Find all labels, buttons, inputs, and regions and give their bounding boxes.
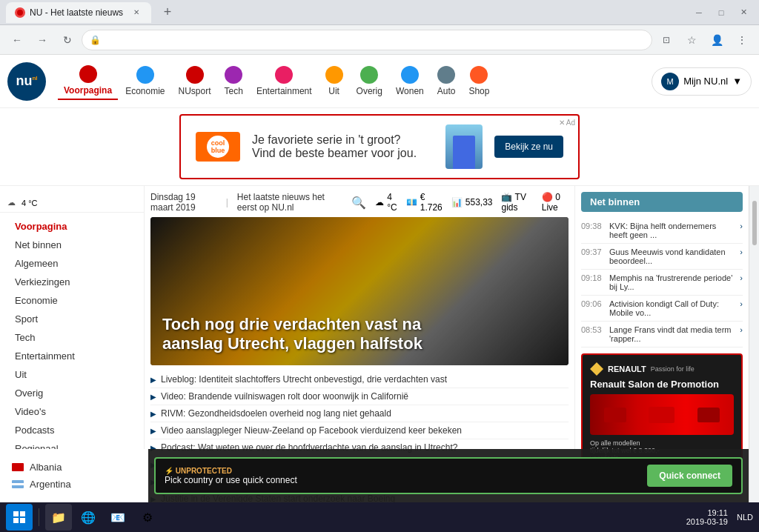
forward-button[interactable]: →: [31, 29, 53, 51]
country-list: Albania Argentina: [0, 449, 148, 502]
nav-auto[interactable]: Auto: [431, 63, 462, 99]
taskbar-app1[interactable]: 📧: [105, 504, 131, 531]
svg-rect-3: [13, 518, 19, 523]
new-tab-button[interactable]: +: [157, 2, 178, 23]
sidebar-uit[interactable]: Uit: [0, 365, 144, 384]
sidebar-entertainment[interactable]: Entertainment: [0, 347, 144, 365]
sidebar-verkiezingen[interactable]: Verkiezingen: [0, 273, 144, 291]
sidebar-economie[interactable]: Economie: [0, 291, 144, 310]
account-icon[interactable]: 👤: [706, 29, 728, 51]
minimize-button[interactable]: ─: [689, 3, 709, 22]
ad-close-button[interactable]: ✕ Ad: [559, 119, 575, 127]
ad-cta-button[interactable]: Bekijk ze nu: [494, 136, 563, 158]
ad-inner[interactable]: coolblue Je favoriete serie in 't groot?…: [179, 114, 580, 179]
title-bar: NU - Het laatste nieuws het eer... ✕ + ─…: [0, 0, 759, 25]
sidebar-tech[interactable]: Tech: [0, 328, 144, 347]
svg-rect-2: [20, 511, 25, 516]
ticker-item-3[interactable]: 09:18 Memphis na 'frustrerende periode' …: [581, 270, 743, 296]
ticker-item-1[interactable]: 09:38 KVK: Bijna helft ondernemers heeft…: [581, 218, 743, 244]
info-bar: ☁ 4 °C: [0, 193, 144, 213]
main-area: nunl Voorpagina Economie NUsport Tech: [0, 55, 759, 532]
ticker-item-2[interactable]: 09:37 Guus Meeuwis vond kandidaten beoor…: [581, 244, 743, 270]
nav-tech[interactable]: Tech: [219, 63, 249, 99]
vpn-overlay: Albania Argentina ⚡ UNPROTECTED Pick cou…: [0, 449, 749, 502]
ad-banner: coolblue Je favoriete serie in 't groot?…: [0, 108, 759, 186]
site-nav: nunl Voorpagina Economie NUsport Tech: [0, 55, 759, 108]
news-item-3[interactable]: ▶ RIVM: Gezondheidsdoelen overheid nog l…: [150, 405, 569, 422]
sidebar-podcasts[interactable]: Podcasts: [0, 421, 144, 439]
nav-shop[interactable]: Shop: [463, 63, 495, 99]
search-icon[interactable]: 🔍: [351, 196, 366, 210]
news-item-2[interactable]: ▶ Video: Brandende vuilniswagen rolt doo…: [150, 388, 569, 405]
back-button[interactable]: ←: [6, 29, 28, 51]
country-albania[interactable]: Albania: [12, 459, 136, 476]
url-input[interactable]: https://www.nu.nl: [105, 34, 644, 45]
ad-logo: coolblue: [196, 132, 240, 162]
svg-rect-1: [13, 511, 19, 516]
close-button[interactable]: ✕: [734, 3, 753, 22]
vpn-status-box: ⚡ UNPROTECTED Pick country or use quick …: [154, 457, 743, 494]
quick-connect-button[interactable]: Quick connect: [647, 465, 732, 487]
nav-wonen[interactable]: Wonen: [390, 63, 430, 99]
renault-title: Renault Salon de Promotion: [590, 379, 734, 390]
taskbar-locale: NLD: [737, 513, 753, 522]
site-logo[interactable]: nunl: [7, 62, 46, 101]
sidebar-sport[interactable]: Sport: [0, 310, 144, 328]
euro-widget[interactable]: 💶 € 1.726: [406, 192, 443, 213]
browser-tab[interactable]: NU - Het laatste nieuws het eer... ✕: [6, 2, 151, 23]
news-item-4[interactable]: ▶ Video aanslagpleger Nieuw-Zeeland op F…: [150, 422, 569, 439]
nav-overig[interactable]: Overig: [351, 63, 388, 99]
address-bar[interactable]: 🔒 https://www.nu.nl: [82, 30, 652, 50]
sidebar-overig[interactable]: Overig: [0, 384, 144, 402]
cast-icon[interactable]: ⊡: [655, 29, 677, 51]
weather-widget[interactable]: ☁ 4 °C: [375, 192, 397, 213]
vpn-pick-country-text: Pick country or use quick connect: [165, 475, 640, 485]
nav-uit[interactable]: Uit: [319, 63, 349, 99]
country-argentina[interactable]: Argentina: [12, 476, 136, 493]
nav-economie[interactable]: Economie: [119, 63, 170, 99]
news-item-1[interactable]: ▶ Liveblog: Identiteit slachtoffers Utre…: [150, 371, 569, 388]
hero-text: Toch nog drie verdachten vast na aanslag…: [162, 315, 429, 353]
scrollbar-thumb[interactable]: [752, 201, 757, 245]
taskbar-clock: 19:11 2019-03-19: [686, 508, 728, 526]
taskbar-explorer[interactable]: 📁: [45, 504, 72, 531]
sidebar-voorpagina[interactable]: Voorpagina: [0, 217, 144, 236]
taskbar: 📁 🌐 📧 ⚙ 19:11 2019-03-19 NLD: [0, 502, 759, 532]
nav-voorpagina[interactable]: Voorpagina: [58, 62, 118, 100]
live-widget[interactable]: 🔴 0 Live: [542, 192, 569, 213]
taskbar-separator: [39, 508, 39, 526]
nav-bar: ← → ↻ 🔒 https://www.nu.nl ⊡ ☆ 👤 ⋮: [0, 25, 759, 55]
maximize-button[interactable]: □: [712, 3, 731, 22]
page-header: Dinsdag 19 maart 2019 | Het laatste nieu…: [150, 192, 569, 213]
hero-image[interactable]: Toch nog drie verdachten vast na aanslag…: [150, 217, 569, 365]
taskbar-chrome[interactable]: 🌐: [75, 504, 102, 531]
argentina-flag: [12, 480, 24, 488]
sidebar-net-binnen[interactable]: Net binnen: [0, 236, 144, 254]
site-nav-links: Voorpagina Economie NUsport Tech Enterta…: [58, 62, 652, 100]
nav-icons: ⊡ ☆ 👤 ⋮: [655, 29, 753, 51]
tv-guide-widget[interactable]: 📺 TV gids: [501, 192, 532, 213]
start-button[interactable]: [6, 504, 33, 531]
taskbar-app2[interactable]: ⚙: [134, 504, 161, 531]
renault-diamond-icon: [590, 362, 603, 376]
tab-close-button[interactable]: ✕: [130, 7, 142, 19]
nav-entertainment[interactable]: Entertainment: [251, 63, 318, 99]
window-controls: ─ □ ✕: [689, 3, 753, 22]
bookmark-icon[interactable]: ☆: [680, 29, 703, 51]
ticker-item-4[interactable]: 09:06 Activision kondigt Call of Duty: M…: [581, 296, 743, 322]
tab-favicon: [15, 7, 25, 18]
nav-nusport[interactable]: NUsport: [173, 63, 217, 99]
visitors-widget[interactable]: 📊 553,33: [451, 197, 493, 207]
scrollbar[interactable]: [749, 186, 759, 532]
svg-point-0: [17, 10, 23, 16]
refresh-button[interactable]: ↻: [56, 29, 79, 51]
ticker-item-5[interactable]: 08:53 Lange Frans vindt dat media term '…: [581, 322, 743, 348]
ad-text: Je favoriete serie in 't groot? Vind de …: [252, 133, 434, 160]
vpn-unprotected-label: ⚡ UNPROTECTED: [165, 467, 640, 475]
secure-icon: 🔒: [90, 35, 101, 45]
renault-cars: [590, 394, 734, 435]
sidebar-videos[interactable]: Video's: [0, 402, 144, 421]
mijn-nu-button[interactable]: M Mijn NU.nl ▼: [652, 67, 752, 96]
menu-icon[interactable]: ⋮: [731, 29, 753, 51]
sidebar-algemeen[interactable]: Algemeen: [0, 254, 144, 273]
